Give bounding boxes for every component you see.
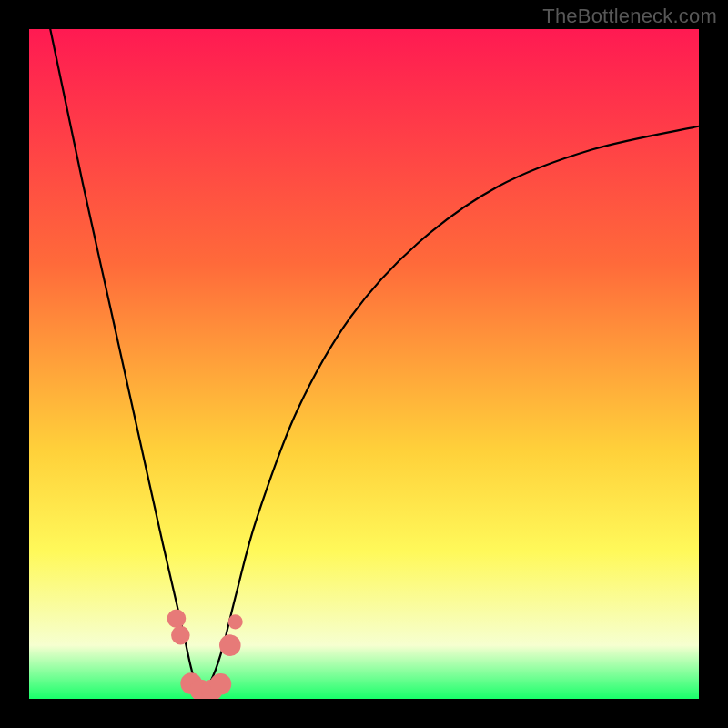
plot-area (29, 29, 699, 699)
gradient-background (29, 29, 699, 699)
curve-marker (167, 609, 187, 628)
chart-frame: TheBottleneck.com (0, 0, 728, 728)
curve-marker (171, 626, 190, 645)
watermark-text: TheBottleneck.com (542, 5, 717, 28)
chart-svg (29, 29, 699, 699)
curve-marker (228, 614, 243, 629)
curve-marker (210, 673, 232, 695)
curve-marker (219, 634, 241, 656)
